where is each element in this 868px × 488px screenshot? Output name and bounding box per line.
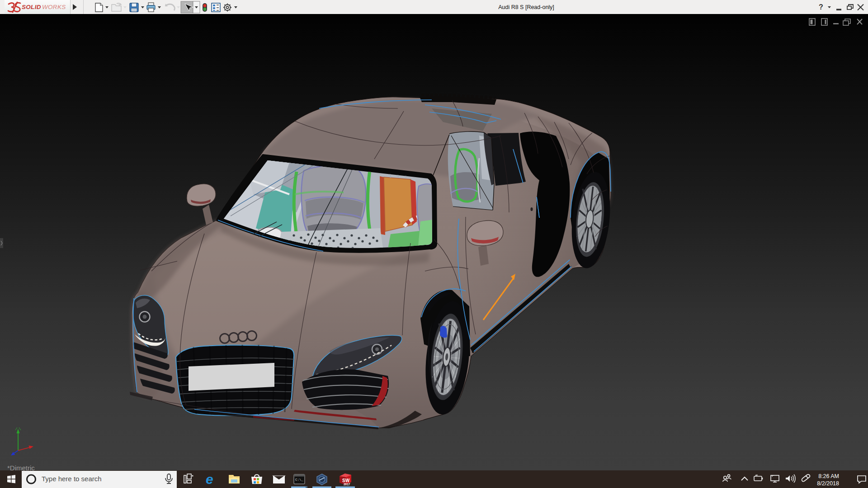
svg-text:2017: 2017 [344,483,350,486]
svg-text:SOLID: SOLID [22,4,41,10]
svg-text:C:\_: C:\_ [295,478,304,482]
svg-text:*Dimetric: *Dimetric [7,464,35,470]
svg-text:8/2/2018: 8/2/2018 [817,480,839,487]
svg-text:Audi R8 S [Read-only]: Audi R8 S [Read-only] [498,4,554,10]
svg-text:?: ? [819,3,823,11]
svg-text:8:26 AM: 8:26 AM [818,473,839,479]
svg-text:WORKS: WORKS [42,4,66,10]
svg-text:e: e [206,472,213,487]
